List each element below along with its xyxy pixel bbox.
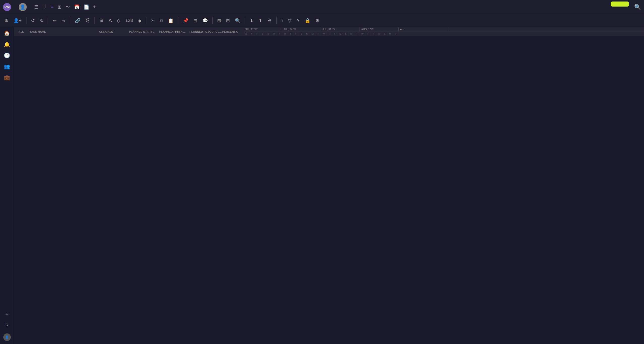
gantt-day: F <box>332 31 338 36</box>
col-all: ALL <box>14 30 28 33</box>
add-task-button[interactable]: ⊕ <box>3 17 10 24</box>
undo-button[interactable]: ↺ <box>29 17 36 24</box>
delete-button[interactable]: 🗑 <box>98 17 105 24</box>
export-button[interactable]: ⬇ <box>248 17 255 24</box>
gantt-day: F <box>371 31 376 36</box>
zoom-button[interactable]: 🔍 <box>233 17 242 24</box>
gantt-day: S <box>382 31 388 36</box>
gantt-day: W <box>282 31 288 36</box>
upload-button[interactable]: ⬆ <box>257 17 264 24</box>
sidebar-help[interactable]: ? <box>6 323 8 328</box>
diamond-button[interactable]: ◆ <box>137 17 143 24</box>
link-button[interactable]: 🔗 <box>73 17 82 24</box>
sidebar-portfolio[interactable]: 💼 <box>4 75 10 81</box>
lock-button[interactable]: 🔒 <box>303 17 312 24</box>
toolbar-divider-3 <box>70 17 70 24</box>
columns-view-icon[interactable]: ⏸ <box>42 4 47 10</box>
search-icon[interactable]: 🔍 <box>634 4 641 10</box>
gantt-day: T <box>354 31 360 36</box>
add-view-icon[interactable]: + <box>93 4 96 10</box>
gantt-panel: JUL, 17 '22 JUL, 24 '22 JUL, 31 '22 AUG,… <box>243 27 644 344</box>
gantt-view-icon[interactable]: ≡ <box>51 4 54 10</box>
comment-button[interactable]: 💬 <box>201 17 209 24</box>
grid-header: ALL TASK NAME ASSIGNED PLANNED START ...… <box>14 27 243 36</box>
user-avatar[interactable]: 👤 <box>19 3 27 11</box>
gantt-day: T <box>277 31 282 36</box>
gantt-days: W T F S S M T W T F S S M T W T F <box>243 31 644 36</box>
gantt-month-aug7: AUG, 7 '22 <box>360 27 399 31</box>
col-percent: PERCENT C <box>222 30 242 33</box>
grid-button[interactable]: ⊞ <box>216 17 222 24</box>
col-taskname: TASK NAME <box>28 30 99 33</box>
topbar: PM 👤 ☰ ⏸ ≡ ⊞ 〜 📅 📄 + 🔍 <box>0 0 644 14</box>
paste-button[interactable]: 📋 <box>167 17 175 24</box>
gantt-months: JUL, 17 '22 JUL, 24 '22 JUL, 31 '22 AUG,… <box>243 27 644 31</box>
view-toolbar: ☰ ⏸ ≡ ⊞ 〜 📅 📄 + <box>34 4 96 10</box>
gantt-day: F <box>293 31 299 36</box>
action-toolbar: ⊕ 👤+ ↺ ↻ ⇐ ⇒ 🔗 ⛓ 🗑 A ◇ 123 ◆ ✂ ⧉ 📋 📌 ⊟ 💬… <box>0 14 644 27</box>
cta-banner[interactable] <box>611 2 629 7</box>
gantt-day: M <box>388 31 393 36</box>
board-view-icon[interactable]: ⊞ <box>58 4 61 10</box>
pm-logo[interactable]: PM <box>3 3 11 11</box>
style-button[interactable]: ◇ <box>115 17 122 24</box>
doc-view-icon[interactable]: 📄 <box>84 4 89 10</box>
gantt-day: T <box>249 31 254 36</box>
sidebar-notifications[interactable]: 🔔 <box>4 41 10 47</box>
gantt-day: M <box>349 31 354 36</box>
gantt-day: M <box>310 31 315 36</box>
gantt-day: T <box>327 31 332 36</box>
filter-button[interactable]: ⊻ <box>295 17 301 24</box>
toolbar-divider-9 <box>276 17 277 24</box>
content-area: ALL TASK NAME ASSIGNED PLANNED START ...… <box>14 27 644 344</box>
gantt-header: JUL, 17 '22 JUL, 24 '22 JUL, 31 '22 AUG,… <box>243 27 644 36</box>
add-user-button[interactable]: 👤+ <box>12 17 23 24</box>
gantt-day: S <box>338 31 343 36</box>
table2-button[interactable]: ⊟ <box>224 17 231 24</box>
toolbar-divider-6 <box>178 17 178 24</box>
sidebar-add[interactable]: + <box>5 311 9 318</box>
calendar-view-icon[interactable]: 📅 <box>74 4 80 10</box>
gantt-day: F <box>254 31 260 36</box>
filter2-button[interactable]: ▽ <box>286 17 293 24</box>
gantt-month-jul24: JUL, 24 '22 <box>282 27 321 31</box>
sidebar-home[interactable]: 🏠 <box>4 30 10 36</box>
cut-button[interactable]: ✂ <box>149 17 156 24</box>
info-button[interactable]: ℹ <box>280 17 284 24</box>
settings-button[interactable]: ⚙ <box>314 17 321 24</box>
grid-panel: ALL TASK NAME ASSIGNED PLANNED START ...… <box>14 27 243 344</box>
gantt-day: W <box>243 31 249 36</box>
sidebar: 🏠 🔔 🕐 👥 💼 + ? 👤 <box>0 27 14 344</box>
gantt-day: T <box>365 31 371 36</box>
number-button[interactable]: 123 <box>124 17 135 24</box>
font-button[interactable]: A <box>107 17 113 24</box>
sidebar-user-avatar[interactable]: 👤 <box>3 333 11 341</box>
outdent-button[interactable]: ⇐ <box>51 17 58 24</box>
unlink-button[interactable]: ⛓ <box>84 17 91 24</box>
gantt-day: T <box>288 31 293 36</box>
copy-button[interactable]: ⧉ <box>158 17 165 24</box>
redo-button[interactable]: ↻ <box>38 17 45 24</box>
list-view-icon[interactable]: ☰ <box>34 4 38 10</box>
toolbar-divider-5 <box>146 17 146 24</box>
gantt-day: T <box>393 31 399 36</box>
col-resource: PLANNED RESOURCE... <box>189 30 222 33</box>
gantt-day: S <box>260 31 266 36</box>
gantt-day: S <box>299 31 304 36</box>
toolbar-divider-7 <box>212 17 213 24</box>
toolbar-divider-2 <box>48 17 48 24</box>
indent-button[interactable]: ⇒ <box>60 17 67 24</box>
print-button[interactable]: 🖨 <box>266 17 273 24</box>
col-start: PLANNED START ... <box>129 30 159 33</box>
toolbar-divider-8 <box>245 17 245 24</box>
gantt-day: W <box>360 31 365 36</box>
sidebar-team[interactable]: 👥 <box>4 63 10 70</box>
sidebar-recent[interactable]: 🕐 <box>4 52 10 58</box>
pin-button[interactable]: 📌 <box>181 17 190 24</box>
gantt-day: T <box>315 31 321 36</box>
gantt-day: S <box>376 31 382 36</box>
wave-view-icon[interactable]: 〜 <box>66 4 70 10</box>
toolbar-divider-1 <box>26 17 26 24</box>
gantt-month-aug14: AL... <box>399 27 449 31</box>
table-button[interactable]: ⊟ <box>192 17 199 24</box>
